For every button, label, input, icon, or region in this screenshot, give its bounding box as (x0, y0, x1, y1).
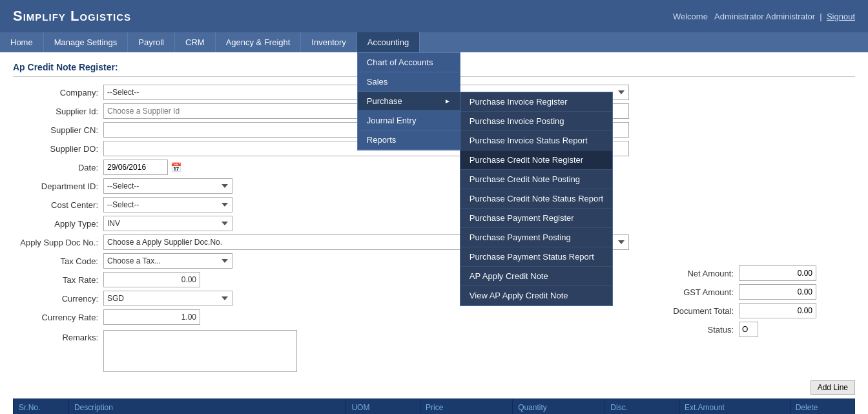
submenu-purchase-payment-register[interactable]: Purchase Payment Register (460, 209, 612, 228)
col-disc: Disc. (605, 399, 679, 415)
supplier-id-label: Supplier Id: (13, 107, 103, 116)
gst-amount-label: GST Amount: (648, 287, 739, 297)
submenu-view-ap-apply-credit-note[interactable]: View AP Apply Credit Note (460, 286, 612, 305)
submenu-purchase-payment-status[interactable]: Purchase Payment Status Report (460, 247, 612, 267)
nav-accounting[interactable]: Accounting (357, 32, 420, 52)
supplier-do-label: Supplier DO: (13, 144, 103, 154)
status-label: Status: (648, 325, 739, 335)
net-amount-row: Net Amount: 0.00 (648, 265, 855, 281)
line-items-table: Sr.No. Description UOM Price Quantity Di… (13, 398, 855, 414)
company-label: Company: (13, 88, 103, 98)
submenu-purchase-credit-note-posting[interactable]: Purchase Credit Note Posting (460, 170, 612, 189)
nav-inventory[interactable]: Inventory (301, 32, 356, 52)
date-wrapper: 29/06/2016 📅 (103, 160, 181, 175)
apply-type-select[interactable]: INV (103, 216, 232, 231)
status-row: Status: O (648, 322, 855, 337)
net-amount-label: Net Amount: (648, 269, 739, 278)
dept-id-select[interactable]: --Select-- (103, 178, 232, 194)
net-amount-input[interactable]: 0.00 (739, 265, 816, 281)
welcome-label: Welcome (673, 12, 708, 21)
apply-type-label: Apply Type: (13, 219, 103, 229)
calendar-icon[interactable]: 📅 (170, 162, 181, 172)
nav-manage-settings[interactable]: Manage Settings (44, 32, 129, 52)
col-sr-no: Sr.No. (14, 399, 69, 415)
app-header: Simplify Logistics Welcome Administrator… (0, 0, 868, 32)
date-input[interactable]: 29/06/2016 (103, 160, 168, 175)
date-label: Date: (13, 163, 103, 172)
user-name: Administrator Administrator (714, 12, 815, 21)
currency-select[interactable]: SGD (103, 291, 232, 306)
submenu-purchase-invoice-register[interactable]: Purchase Invoice Register (460, 92, 612, 112)
right-section: Net Amount: 0.00 GST Amount: 0.00 Docume… (648, 85, 855, 375)
status-input[interactable]: O (739, 322, 758, 337)
col-ext-amount: Ext.Amount (679, 399, 790, 415)
remarks-label: Remarks: (13, 330, 103, 342)
accounting-menu: Chart of Accounts Sales Purchase ► Purch… (357, 52, 460, 150)
document-total-input[interactable]: 0.00 (739, 303, 816, 318)
menu-purchase[interactable]: Purchase ► Purchase Invoice Register Pur… (358, 92, 460, 111)
cost-center-label: Cost Center: (13, 200, 103, 210)
nav-home[interactable]: Home (0, 32, 44, 52)
currency-rate-row: Currency Rate: 1.00 (13, 309, 629, 325)
nav-accounting-dropdown: Accounting Chart of Accounts Sales Purch… (357, 32, 420, 52)
submenu-purchase-invoice-posting[interactable]: Purchase Invoice Posting (460, 112, 612, 131)
welcome-text: Welcome Administrator Administrator | Si… (673, 12, 855, 21)
gst-amount-row: GST Amount: 0.00 (648, 284, 855, 300)
supplier-cn-label: Supplier CN: (13, 125, 103, 135)
main-navbar: Home Manage Settings Payroll CRM Agency … (0, 32, 868, 52)
gst-amount-input[interactable]: 0.00 (739, 284, 816, 300)
chevron-right-icon: ► (444, 98, 451, 105)
submenu-ap-apply-credit-note[interactable]: AP Apply Credit Note (460, 267, 612, 286)
submenu-purchase-invoice-status[interactable]: Purchase Invoice Status Report (460, 131, 612, 150)
nav-payroll[interactable]: Payroll (128, 32, 175, 52)
remarks-textarea[interactable] (103, 330, 297, 372)
currency-rate-input[interactable]: 1.00 (103, 309, 200, 325)
currency-label: Currency: (13, 294, 103, 304)
currency-rate-label: Currency Rate: (13, 313, 103, 322)
tax-code-label: Tax Code: (13, 256, 103, 266)
menu-chart-of-accounts[interactable]: Chart of Accounts (358, 53, 460, 72)
menu-sales[interactable]: Sales (358, 72, 460, 92)
signout-link[interactable]: Signout (827, 12, 855, 21)
document-total-label: Document Total: (648, 306, 739, 316)
menu-journal-entry[interactable]: Journal Entry (358, 111, 460, 130)
add-line-button[interactable]: Add Line (811, 380, 855, 395)
col-description: Description (68, 399, 346, 415)
tax-rate-label: Tax Rate: (13, 275, 103, 285)
tax-rate-input[interactable]: 0.00 (103, 272, 200, 287)
submenu-purchase-credit-note-register[interactable]: Purchase Credit Note Register (460, 150, 612, 170)
submenu-purchase-payment-posting[interactable]: Purchase Payment Posting (460, 228, 612, 247)
cost-center-select[interactable]: --Select-- (103, 197, 232, 212)
remarks-row: Remarks: (13, 330, 629, 372)
menu-reports[interactable]: Reports (358, 130, 460, 150)
purchase-submenu: Purchase Invoice Register Purchase Invoi… (460, 92, 613, 306)
col-price: Price (420, 399, 513, 415)
tax-code-select[interactable]: Choose a Tax... (103, 253, 232, 269)
document-total-row: Document Total: 0.00 (648, 303, 855, 318)
nav-agency-freight[interactable]: Agency & Freight (216, 32, 302, 52)
submenu-purchase-credit-note-status[interactable]: Purchase Credit Note Status Report (460, 189, 612, 209)
dept-id-label: Department ID: (13, 181, 103, 191)
nav-crm[interactable]: CRM (175, 32, 216, 52)
col-uom: UOM (346, 399, 420, 415)
app-title: Simplify Logistics (13, 8, 131, 25)
col-delete: Delete (790, 399, 854, 415)
col-quantity: Quantity (513, 399, 605, 415)
apply-supp-doc-label: Apply Supp Doc No.: (13, 238, 103, 247)
